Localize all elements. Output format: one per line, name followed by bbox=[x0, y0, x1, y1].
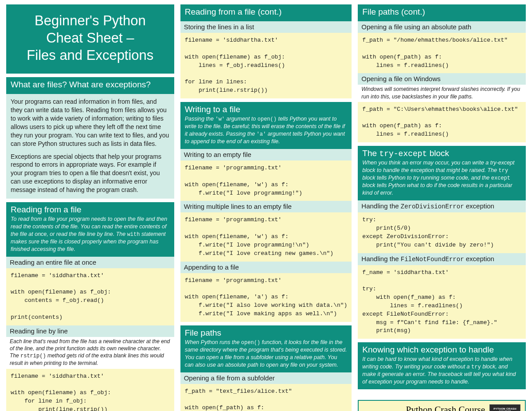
writing-code-3: filename = 'programming.txt' with open(f… bbox=[180, 273, 352, 322]
try-sub-1: Handling the ZeroDivisionError exception bbox=[358, 200, 526, 212]
book-cover-label: PYTHON CRASH COURSE bbox=[490, 407, 520, 411]
paths-sub-3: Opening a file on Windows bbox=[358, 73, 526, 85]
what-heading: What are files? What are exceptions? bbox=[11, 80, 170, 90]
section-what: What are files? What are exceptions? You… bbox=[6, 77, 174, 199]
paths-desc: When Python runs the open() function, it… bbox=[185, 339, 348, 369]
reading-code-1: filename = 'siddhartha.txt' with open(fi… bbox=[6, 268, 174, 325]
writing-code-1: filename = 'programming.txt' with open(f… bbox=[180, 160, 352, 201]
promo-title: Python Crash Course bbox=[363, 404, 485, 411]
promo-box: Python Crash Course A Hands-On, Project-… bbox=[358, 400, 526, 411]
know-header: Knowing which exception to handle It can… bbox=[358, 342, 526, 389]
reading-header: Reading from a file To read from a file … bbox=[6, 202, 174, 257]
paths-sub-1: Opening a file from a subfolder bbox=[180, 372, 352, 384]
reading-cont-heading: Reading from a file (cont.) bbox=[185, 7, 348, 17]
writing-desc: Passing the 'w' argument to open() tells… bbox=[185, 115, 348, 145]
writing-header: Writing to a file Passing the 'w' argume… bbox=[180, 102, 352, 149]
reading-code-2: filename = 'siddhartha.txt' with open(fi… bbox=[6, 369, 174, 411]
what-header: What are files? What are exceptions? bbox=[6, 77, 174, 94]
section-try-except: The try-except block When you think an e… bbox=[358, 146, 526, 339]
reading-sub-2-desc: Each line that's read from the file has … bbox=[6, 337, 174, 369]
section-paths-cont: File paths (cont.) Opening a file using … bbox=[358, 4, 526, 142]
try-code-2: f_name = 'siddhartha.txt' try: with open… bbox=[358, 265, 526, 339]
column-1: Beginner's Python Cheat Sheet – Files an… bbox=[6, 4, 174, 411]
section-reading: Reading from a file To read from a file … bbox=[6, 202, 174, 411]
what-p2: Exceptions are special objects that help… bbox=[11, 153, 170, 194]
what-p1: Your programs can read information in fr… bbox=[11, 98, 170, 148]
paths-cont-heading: File paths (cont.) bbox=[362, 7, 521, 17]
promo-text: Python Crash Course A Hands-On, Project-… bbox=[363, 404, 485, 411]
try-heading: The try-except block bbox=[362, 149, 521, 158]
know-desc: It can be hard to know what kind of exce… bbox=[362, 356, 521, 386]
section-know-exception: Knowing which exception to handle It can… bbox=[358, 342, 526, 389]
reading-desc: To read from a file your program needs t… bbox=[11, 215, 170, 253]
paths-code-1: f_path = "text_files/alice.txt" with ope… bbox=[180, 384, 352, 411]
reading-cont-header: Reading from a file (cont.) bbox=[180, 4, 352, 21]
reading-heading: Reading from a file bbox=[11, 205, 170, 215]
try-header: The try-except block When you think an e… bbox=[358, 146, 526, 200]
paths-code-2: f_path = "/home/ehmatthes/books/alice.tx… bbox=[358, 33, 526, 73]
reading-cont-code: filename = 'siddhartha.txt' with open(fi… bbox=[180, 33, 352, 98]
section-reading-cont: Reading from a file (cont.) Storing the … bbox=[180, 4, 352, 98]
paths-sub-3-desc: Windows will sometimes interpret forward… bbox=[358, 85, 526, 102]
try-sub-2: Handling the FileNotFoundError exception bbox=[358, 253, 526, 265]
page-columns: Beginner's Python Cheat Sheet – Files an… bbox=[6, 4, 526, 411]
paths-heading: File paths bbox=[185, 328, 348, 338]
paths-header: File paths When Python runs the open() f… bbox=[180, 325, 352, 372]
know-heading: Knowing which exception to handle bbox=[362, 345, 521, 355]
reading-cont-sub: Storing the lines in a list bbox=[180, 21, 352, 33]
section-paths: File paths When Python runs the open() f… bbox=[180, 325, 352, 411]
writing-code-2: filename = 'programming.txt' with open(f… bbox=[180, 212, 352, 261]
try-code-1: try: print(5/0) except ZeroDivisionError… bbox=[358, 212, 526, 253]
column-3: File paths (cont.) Opening a file using … bbox=[358, 4, 526, 411]
reading-sub-1: Reading an entire file at once bbox=[6, 257, 174, 268]
sheet-title: Beginner's Python Cheat Sheet – Files an… bbox=[6, 4, 174, 74]
writing-sub-3: Appending to a file bbox=[180, 262, 352, 273]
writing-sub-1: Writing to an empty file bbox=[180, 149, 352, 160]
book-cover-icon: PYTHON CRASH COURSE bbox=[489, 404, 520, 411]
try-desc: When you think an error may occur, you c… bbox=[362, 159, 521, 197]
column-2: Reading from a file (cont.) Storing the … bbox=[180, 4, 352, 411]
what-intro: Your programs can read information in fr… bbox=[6, 94, 174, 199]
paths-sub-2: Opening a file using an absolute path bbox=[358, 21, 526, 33]
paths-code-3: f_path = "C:\Users\ehmatthes\books\alice… bbox=[358, 102, 526, 142]
writing-sub-2: Writing multiple lines to an empty file bbox=[180, 201, 352, 212]
writing-heading: Writing to a file bbox=[185, 105, 348, 114]
paths-cont-header: File paths (cont.) bbox=[358, 4, 526, 21]
reading-sub-2: Reading line by line bbox=[6, 325, 174, 337]
section-writing: Writing to a file Passing the 'w' argume… bbox=[180, 102, 352, 322]
